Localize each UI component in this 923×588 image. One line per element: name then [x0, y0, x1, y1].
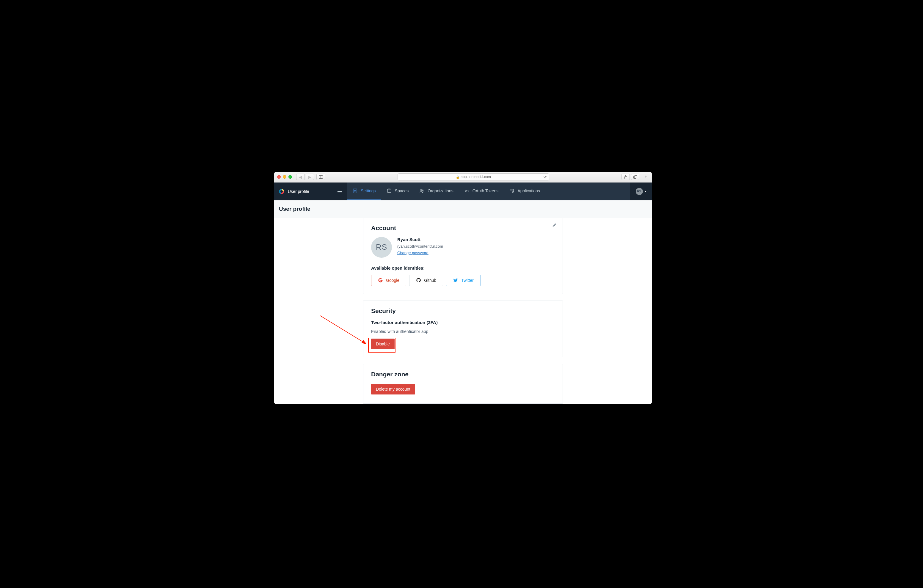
account-menu[interactable]: RS ▾: [630, 188, 652, 195]
svg-rect-5: [353, 189, 357, 193]
nav-item-oauth-tokens[interactable]: OAuth Tokens: [459, 182, 504, 200]
disable-2fa-button[interactable]: Disable: [371, 338, 394, 349]
svg-point-7: [355, 190, 356, 191]
reload-icon[interactable]: ⟳: [544, 175, 547, 179]
svg-rect-8: [388, 189, 391, 193]
avatar-small: RS: [636, 188, 643, 195]
twitter-icon: [453, 278, 458, 283]
svg-rect-4: [634, 176, 637, 178]
back-button[interactable]: ◀: [296, 174, 304, 180]
twofa-title: Two-factor authentication (2FA): [371, 320, 555, 325]
nav-brand-title: User profile: [288, 189, 309, 194]
lock-icon: 🔒: [456, 176, 460, 179]
identity-twitter-button[interactable]: Twitter: [446, 275, 480, 286]
identity-label: Google: [386, 278, 399, 283]
spaces-icon: [387, 188, 392, 194]
danger-section-title: Danger zone: [371, 371, 555, 378]
svg-rect-3: [633, 176, 636, 178]
danger-zone-card: Danger zone Delete my account: [363, 364, 563, 404]
page-title: User profile: [279, 206, 310, 212]
chevron-down-icon: ▾: [645, 190, 646, 193]
maximize-window-icon[interactable]: [288, 175, 292, 179]
nav-label: OAuth Tokens: [473, 189, 499, 193]
browser-toolbar: ◀ ▶ 🔒 app.contentful.com ⟳: [274, 172, 652, 182]
user-email: ryan.scott@contentful.com: [397, 244, 443, 248]
page-content: Account RS Ryan Scott ryan.scott@content…: [274, 218, 652, 404]
close-window-icon[interactable]: [277, 175, 281, 179]
security-card: Security Two-factor authentication (2FA)…: [363, 301, 563, 357]
page-header: User profile: [274, 200, 652, 218]
settings-icon: [352, 188, 358, 194]
svg-point-11: [465, 190, 466, 192]
applications-icon: [509, 188, 514, 194]
svg-point-6: [354, 190, 355, 191]
open-identities-title: Available open identities:: [371, 266, 555, 271]
share-button[interactable]: [621, 174, 630, 180]
change-password-link[interactable]: Change password: [397, 251, 443, 255]
user-name: Ryan Scott: [397, 237, 443, 242]
oauth-icon: [464, 188, 470, 194]
svg-rect-0: [319, 176, 323, 178]
github-icon: [416, 278, 421, 283]
twofa-status: Enabled with authenticator app: [371, 329, 555, 334]
tabs-button[interactable]: [631, 174, 639, 180]
security-section-title: Security: [371, 307, 555, 315]
nav-label: Spaces: [395, 189, 409, 193]
url-host: app.contentful.com: [461, 175, 491, 179]
identity-github-button[interactable]: Github: [409, 275, 443, 286]
sidebar-toggle-icon[interactable]: [316, 174, 325, 180]
identity-label: Github: [424, 278, 436, 283]
window-controls: [277, 175, 292, 179]
account-card: Account RS Ryan Scott ryan.scott@content…: [363, 218, 563, 294]
nav-label: Organizations: [428, 189, 453, 193]
svg-point-10: [422, 190, 424, 191]
app-nav: User profile Settings Spaces Organizatio…: [274, 182, 652, 200]
new-tab-button[interactable]: +: [643, 174, 649, 180]
delete-account-button[interactable]: Delete my account: [371, 384, 415, 394]
identity-google-button[interactable]: Google: [371, 275, 406, 286]
google-icon: [378, 278, 383, 283]
nav-item-settings[interactable]: Settings: [347, 182, 381, 200]
menu-icon[interactable]: [338, 190, 342, 193]
nav-label: Applications: [517, 189, 540, 193]
svg-point-9: [421, 189, 422, 191]
account-section-title: Account: [371, 225, 555, 232]
minimize-window-icon[interactable]: [283, 175, 286, 179]
browser-window: ◀ ▶ 🔒 app.contentful.com ⟳: [274, 172, 652, 404]
identity-label: Twitter: [461, 278, 473, 283]
nav-item-applications[interactable]: Applications: [504, 182, 545, 200]
forward-button[interactable]: ▶: [305, 174, 314, 180]
contentful-logo-icon[interactable]: [279, 189, 284, 194]
nav-label: Settings: [361, 189, 376, 193]
nav-item-organizations[interactable]: Organizations: [414, 182, 458, 200]
nav-item-spaces[interactable]: Spaces: [381, 182, 414, 200]
avatar: RS: [371, 237, 392, 258]
organizations-icon: [419, 188, 425, 194]
edit-icon[interactable]: [552, 223, 557, 228]
address-bar[interactable]: 🔒 app.contentful.com ⟳: [397, 173, 549, 181]
